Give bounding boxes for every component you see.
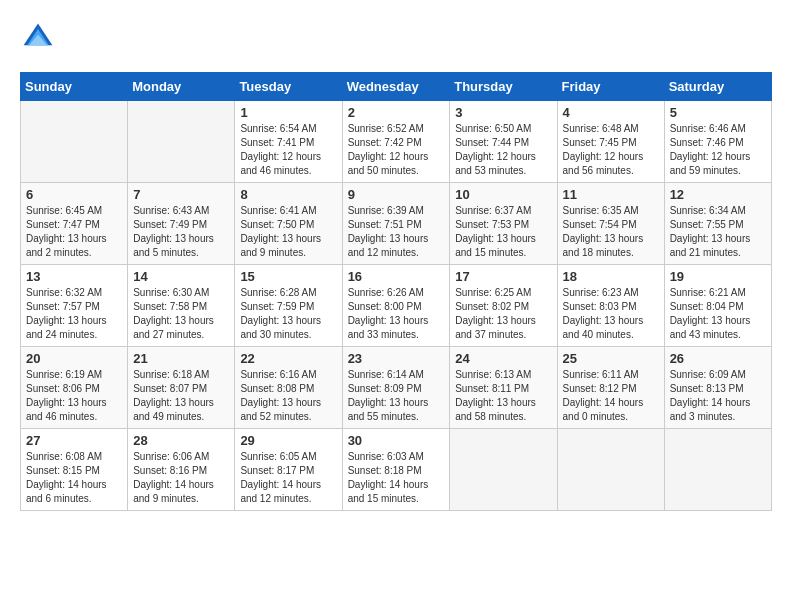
day-number: 28 — [133, 433, 229, 448]
day-number: 14 — [133, 269, 229, 284]
day-number: 27 — [26, 433, 122, 448]
day-number: 30 — [348, 433, 445, 448]
calendar-cell: 28Sunrise: 6:06 AMSunset: 8:16 PMDayligh… — [128, 429, 235, 511]
day-info: Sunrise: 6:06 AMSunset: 8:16 PMDaylight:… — [133, 450, 229, 506]
day-info: Sunrise: 6:21 AMSunset: 8:04 PMDaylight:… — [670, 286, 766, 342]
day-number: 12 — [670, 187, 766, 202]
day-number: 16 — [348, 269, 445, 284]
day-number: 13 — [26, 269, 122, 284]
calendar-week-2: 6Sunrise: 6:45 AMSunset: 7:47 PMDaylight… — [21, 183, 772, 265]
day-info: Sunrise: 6:11 AMSunset: 8:12 PMDaylight:… — [563, 368, 659, 424]
day-info: Sunrise: 6:28 AMSunset: 7:59 PMDaylight:… — [240, 286, 336, 342]
weekday-header-friday: Friday — [557, 73, 664, 101]
calendar-week-3: 13Sunrise: 6:32 AMSunset: 7:57 PMDayligh… — [21, 265, 772, 347]
day-number: 4 — [563, 105, 659, 120]
day-number: 29 — [240, 433, 336, 448]
calendar-cell: 29Sunrise: 6:05 AMSunset: 8:17 PMDayligh… — [235, 429, 342, 511]
day-info: Sunrise: 6:18 AMSunset: 8:07 PMDaylight:… — [133, 368, 229, 424]
day-info: Sunrise: 6:05 AMSunset: 8:17 PMDaylight:… — [240, 450, 336, 506]
calendar-cell: 26Sunrise: 6:09 AMSunset: 8:13 PMDayligh… — [664, 347, 771, 429]
day-info: Sunrise: 6:25 AMSunset: 8:02 PMDaylight:… — [455, 286, 551, 342]
day-number: 10 — [455, 187, 551, 202]
day-info: Sunrise: 6:39 AMSunset: 7:51 PMDaylight:… — [348, 204, 445, 260]
calendar-cell: 1Sunrise: 6:54 AMSunset: 7:41 PMDaylight… — [235, 101, 342, 183]
weekday-header-sunday: Sunday — [21, 73, 128, 101]
calendar-cell — [128, 101, 235, 183]
day-info: Sunrise: 6:45 AMSunset: 7:47 PMDaylight:… — [26, 204, 122, 260]
calendar-cell: 11Sunrise: 6:35 AMSunset: 7:54 PMDayligh… — [557, 183, 664, 265]
calendar-cell: 24Sunrise: 6:13 AMSunset: 8:11 PMDayligh… — [450, 347, 557, 429]
day-info: Sunrise: 6:37 AMSunset: 7:53 PMDaylight:… — [455, 204, 551, 260]
calendar-cell: 13Sunrise: 6:32 AMSunset: 7:57 PMDayligh… — [21, 265, 128, 347]
logo-icon — [20, 20, 56, 56]
calendar-cell: 18Sunrise: 6:23 AMSunset: 8:03 PMDayligh… — [557, 265, 664, 347]
calendar-cell: 30Sunrise: 6:03 AMSunset: 8:18 PMDayligh… — [342, 429, 450, 511]
calendar-cell: 10Sunrise: 6:37 AMSunset: 7:53 PMDayligh… — [450, 183, 557, 265]
calendar-cell: 27Sunrise: 6:08 AMSunset: 8:15 PMDayligh… — [21, 429, 128, 511]
day-info: Sunrise: 6:43 AMSunset: 7:49 PMDaylight:… — [133, 204, 229, 260]
page-header — [20, 20, 772, 56]
day-number: 22 — [240, 351, 336, 366]
day-info: Sunrise: 6:30 AMSunset: 7:58 PMDaylight:… — [133, 286, 229, 342]
day-info: Sunrise: 6:09 AMSunset: 8:13 PMDaylight:… — [670, 368, 766, 424]
day-info: Sunrise: 6:34 AMSunset: 7:55 PMDaylight:… — [670, 204, 766, 260]
calendar-cell — [21, 101, 128, 183]
calendar-body: 1Sunrise: 6:54 AMSunset: 7:41 PMDaylight… — [21, 101, 772, 511]
day-number: 9 — [348, 187, 445, 202]
day-number: 23 — [348, 351, 445, 366]
day-info: Sunrise: 6:35 AMSunset: 7:54 PMDaylight:… — [563, 204, 659, 260]
day-number: 18 — [563, 269, 659, 284]
calendar-table: SundayMondayTuesdayWednesdayThursdayFrid… — [20, 72, 772, 511]
calendar-cell: 3Sunrise: 6:50 AMSunset: 7:44 PMDaylight… — [450, 101, 557, 183]
day-info: Sunrise: 6:23 AMSunset: 8:03 PMDaylight:… — [563, 286, 659, 342]
day-number: 3 — [455, 105, 551, 120]
day-number: 17 — [455, 269, 551, 284]
calendar-week-5: 27Sunrise: 6:08 AMSunset: 8:15 PMDayligh… — [21, 429, 772, 511]
day-number: 8 — [240, 187, 336, 202]
logo — [20, 20, 60, 56]
calendar-week-4: 20Sunrise: 6:19 AMSunset: 8:06 PMDayligh… — [21, 347, 772, 429]
day-number: 2 — [348, 105, 445, 120]
calendar-cell: 15Sunrise: 6:28 AMSunset: 7:59 PMDayligh… — [235, 265, 342, 347]
calendar-cell: 5Sunrise: 6:46 AMSunset: 7:46 PMDaylight… — [664, 101, 771, 183]
day-number: 11 — [563, 187, 659, 202]
calendar-cell: 23Sunrise: 6:14 AMSunset: 8:09 PMDayligh… — [342, 347, 450, 429]
calendar-cell: 17Sunrise: 6:25 AMSunset: 8:02 PMDayligh… — [450, 265, 557, 347]
calendar-cell: 2Sunrise: 6:52 AMSunset: 7:42 PMDaylight… — [342, 101, 450, 183]
calendar-week-1: 1Sunrise: 6:54 AMSunset: 7:41 PMDaylight… — [21, 101, 772, 183]
day-number: 26 — [670, 351, 766, 366]
calendar-cell: 20Sunrise: 6:19 AMSunset: 8:06 PMDayligh… — [21, 347, 128, 429]
weekday-header-tuesday: Tuesday — [235, 73, 342, 101]
weekday-header-saturday: Saturday — [664, 73, 771, 101]
day-info: Sunrise: 6:46 AMSunset: 7:46 PMDaylight:… — [670, 122, 766, 178]
day-info: Sunrise: 6:03 AMSunset: 8:18 PMDaylight:… — [348, 450, 445, 506]
calendar-header-row: SundayMondayTuesdayWednesdayThursdayFrid… — [21, 73, 772, 101]
day-info: Sunrise: 6:52 AMSunset: 7:42 PMDaylight:… — [348, 122, 445, 178]
calendar-cell: 9Sunrise: 6:39 AMSunset: 7:51 PMDaylight… — [342, 183, 450, 265]
day-info: Sunrise: 6:32 AMSunset: 7:57 PMDaylight:… — [26, 286, 122, 342]
day-number: 19 — [670, 269, 766, 284]
calendar-cell: 4Sunrise: 6:48 AMSunset: 7:45 PMDaylight… — [557, 101, 664, 183]
calendar-cell: 8Sunrise: 6:41 AMSunset: 7:50 PMDaylight… — [235, 183, 342, 265]
calendar-cell — [664, 429, 771, 511]
day-info: Sunrise: 6:13 AMSunset: 8:11 PMDaylight:… — [455, 368, 551, 424]
calendar-cell: 16Sunrise: 6:26 AMSunset: 8:00 PMDayligh… — [342, 265, 450, 347]
day-info: Sunrise: 6:48 AMSunset: 7:45 PMDaylight:… — [563, 122, 659, 178]
weekday-header-monday: Monday — [128, 73, 235, 101]
day-info: Sunrise: 6:16 AMSunset: 8:08 PMDaylight:… — [240, 368, 336, 424]
day-info: Sunrise: 6:19 AMSunset: 8:06 PMDaylight:… — [26, 368, 122, 424]
day-number: 5 — [670, 105, 766, 120]
day-number: 7 — [133, 187, 229, 202]
calendar-cell: 7Sunrise: 6:43 AMSunset: 7:49 PMDaylight… — [128, 183, 235, 265]
day-number: 21 — [133, 351, 229, 366]
day-number: 25 — [563, 351, 659, 366]
calendar-cell: 19Sunrise: 6:21 AMSunset: 8:04 PMDayligh… — [664, 265, 771, 347]
calendar-cell — [557, 429, 664, 511]
weekday-header-wednesday: Wednesday — [342, 73, 450, 101]
day-number: 6 — [26, 187, 122, 202]
day-info: Sunrise: 6:14 AMSunset: 8:09 PMDaylight:… — [348, 368, 445, 424]
day-info: Sunrise: 6:08 AMSunset: 8:15 PMDaylight:… — [26, 450, 122, 506]
calendar-cell: 12Sunrise: 6:34 AMSunset: 7:55 PMDayligh… — [664, 183, 771, 265]
day-number: 20 — [26, 351, 122, 366]
day-number: 15 — [240, 269, 336, 284]
